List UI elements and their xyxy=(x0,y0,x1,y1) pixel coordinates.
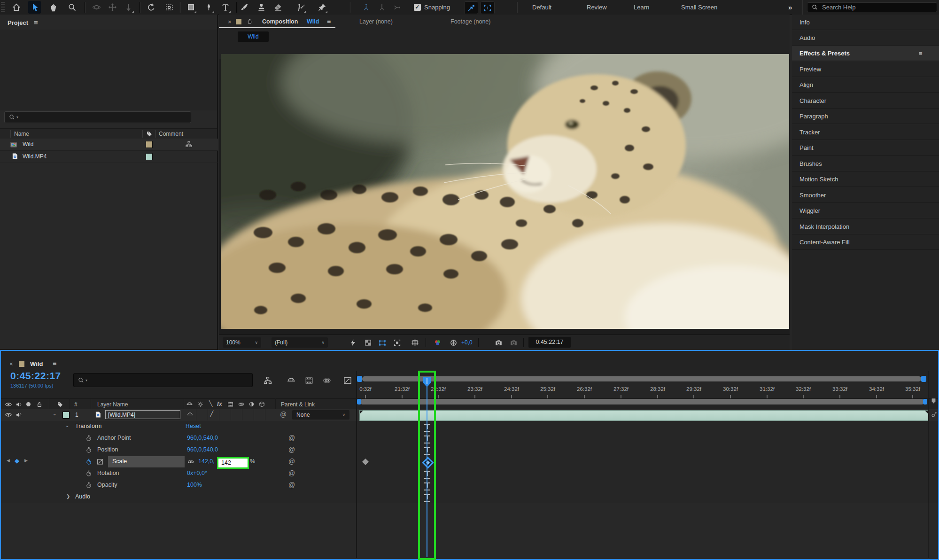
hide-shy-layers-icon[interactable] xyxy=(287,376,296,385)
property-value[interactable]: 960,0,540,0 xyxy=(187,446,218,453)
row-anchor-point[interactable]: Anchor Point 960,0,540,0 @ xyxy=(1,433,938,445)
tool-rotation[interactable] xyxy=(145,1,157,14)
audio-group-label[interactable]: Audio xyxy=(75,493,90,500)
column-parent-link[interactable]: Parent & Link xyxy=(281,401,315,408)
parent-pickwhip-icon[interactable]: @ xyxy=(280,411,287,418)
puppet-bend-icon[interactable] xyxy=(390,1,403,14)
quality-switch-icon[interactable]: ╲ xyxy=(209,400,212,407)
include-in-graph-icon[interactable] xyxy=(96,458,104,466)
tab-footage[interactable]: Footage (none) xyxy=(450,18,490,25)
prev-keyframe-icon[interactable]: ◀ xyxy=(7,458,10,463)
tool-eraser[interactable] xyxy=(272,1,284,14)
label-color-icon[interactable] xyxy=(146,130,153,138)
sidebar-item-paragraph[interactable]: Paragraph xyxy=(792,109,939,124)
magnification-dropdown[interactable]: 100%∨ xyxy=(223,337,261,348)
tab-composition-label[interactable]: Composition xyxy=(262,18,298,25)
quality-switch[interactable]: ╱ xyxy=(210,411,213,417)
property-pickwhip-icon[interactable]: @ xyxy=(288,434,295,442)
property-value[interactable]: 142,0, xyxy=(198,458,215,465)
eye-icon[interactable] xyxy=(5,401,12,408)
sidebar-item-wiggler[interactable]: Wiggler xyxy=(792,203,939,218)
layer-name-field[interactable]: [Wild.MP4] xyxy=(105,410,180,419)
property-pickwhip-icon[interactable]: @ xyxy=(288,481,295,489)
tool-pan-camera[interactable] xyxy=(106,1,119,14)
row-transform-group[interactable]: ⌄ Transform Reset xyxy=(1,421,938,433)
sidebar-item-smoother[interactable]: Smoother xyxy=(792,187,939,203)
project-item-wild-mp4[interactable]: Wild.MP4 xyxy=(0,151,218,163)
sidebar-item-paint[interactable]: Paint xyxy=(792,140,939,156)
fast-previews-icon[interactable] xyxy=(349,338,357,347)
panel-menu-icon[interactable]: ≡ xyxy=(327,17,331,25)
scrollbar-left-handle[interactable] xyxy=(357,376,362,382)
row-opacity[interactable]: Opacity 100% @ xyxy=(1,480,938,492)
timeline-search-input[interactable]: ▾ xyxy=(73,373,253,387)
tool-clone-stamp[interactable] xyxy=(255,1,268,14)
show-snapshot-icon[interactable] xyxy=(509,338,518,347)
snapping-checkbox[interactable]: ✓ xyxy=(414,4,421,11)
tab-composition-target[interactable]: Wild xyxy=(307,18,319,25)
workspace-tab-small-screen[interactable]: Small Screen xyxy=(681,0,717,15)
label-color-swatch[interactable] xyxy=(146,153,153,160)
tool-selection[interactable] xyxy=(28,1,41,14)
panel-menu-icon[interactable]: ≡ xyxy=(53,359,56,367)
speaker-icon[interactable] xyxy=(15,411,23,419)
property-pickwhip-icon[interactable]: @ xyxy=(288,446,295,453)
sidebar-item-mask-interpolation[interactable]: Mask Interpolation xyxy=(792,219,939,234)
home-button[interactable] xyxy=(10,1,23,14)
lock-icon[interactable] xyxy=(36,401,43,408)
quality-anchor-icon[interactable] xyxy=(186,411,194,418)
expand-chevron-icon[interactable]: ⌄ xyxy=(53,411,56,416)
sidebar-item-character[interactable]: Character xyxy=(792,93,939,109)
transform-group-label[interactable]: Transform xyxy=(75,423,102,429)
unlock-icon[interactable] xyxy=(246,18,253,25)
effects-switch-icon[interactable]: fx xyxy=(217,401,222,407)
property-name[interactable]: Rotation xyxy=(97,470,119,476)
work-area-bar[interactable] xyxy=(361,399,923,404)
reset-link[interactable]: Reset xyxy=(186,423,201,429)
property-value[interactable]: 100% xyxy=(187,482,202,488)
keyframe-toggle-icon[interactable]: ◆ xyxy=(15,457,19,464)
constrain-link-icon[interactable] xyxy=(187,458,194,466)
workspace-tab-default[interactable]: Default xyxy=(532,0,551,15)
column-comment[interactable]: Comment xyxy=(159,131,183,137)
sidebar-item-brushes[interactable]: Brushes xyxy=(792,156,939,171)
sidebar-item-preview[interactable]: Preview xyxy=(792,62,939,77)
viewer-timecode[interactable]: 0:45:22:17 xyxy=(528,337,571,348)
motion-blur-switch-icon[interactable] xyxy=(238,401,245,408)
project-item-wild[interactable]: Wild xyxy=(0,139,218,151)
snap-beyond-edges-button[interactable] xyxy=(464,1,478,14)
sidebar-item-motion-sketch[interactable]: Motion Sketch xyxy=(792,171,939,187)
motion-blur-icon[interactable] xyxy=(322,376,332,385)
property-name[interactable]: Position xyxy=(97,446,118,453)
stopwatch-icon-active[interactable] xyxy=(85,458,93,466)
channels-icon[interactable] xyxy=(433,338,442,347)
column-layer-name[interactable]: Layer Name xyxy=(97,401,128,408)
workspace-overflow-chevron[interactable]: » xyxy=(788,0,792,15)
help-search-input[interactable]: Search Help xyxy=(807,2,937,12)
scrollbar-right-handle[interactable] xyxy=(921,376,926,382)
tool-roto-brush[interactable] xyxy=(294,1,307,14)
sidebar-item-audio[interactable]: Audio xyxy=(792,30,939,46)
speaker-icon[interactable] xyxy=(15,401,23,408)
mini-flowchart-icon[interactable] xyxy=(263,376,272,385)
eye-icon[interactable] xyxy=(5,411,12,419)
sidebar-item-content-aware-fill[interactable]: Content-Aware Fill xyxy=(792,234,939,250)
flowchart-icon[interactable] xyxy=(185,140,193,148)
sidebar-item-tracker[interactable]: Tracker xyxy=(792,124,939,140)
solo-icon[interactable] xyxy=(26,402,31,406)
sidebar-item-info[interactable]: Info xyxy=(792,15,939,30)
tool-puppet-pin[interactable] xyxy=(316,1,328,14)
column-index[interactable]: # xyxy=(74,401,78,408)
sidebar-item-align[interactable]: Align xyxy=(792,77,939,93)
mask-visibility-icon[interactable] xyxy=(378,338,387,348)
tool-rectangle[interactable] xyxy=(185,1,197,14)
resolution-dropdown[interactable]: (Full)∨ xyxy=(272,337,328,348)
project-item-name[interactable]: Wild xyxy=(23,141,33,148)
tool-type[interactable] xyxy=(219,1,232,14)
layer-color-swatch[interactable] xyxy=(62,412,70,419)
sidebar-item-effects-presets[interactable]: Effects & Presets≡ xyxy=(792,46,939,61)
project-item-name[interactable]: Wild.MP4 xyxy=(23,153,47,160)
stopwatch-icon[interactable] xyxy=(85,482,93,489)
row-position[interactable]: Position 960,0,540,0 @ xyxy=(1,444,938,457)
current-timecode[interactable]: 0:45:22:17 xyxy=(10,370,61,381)
